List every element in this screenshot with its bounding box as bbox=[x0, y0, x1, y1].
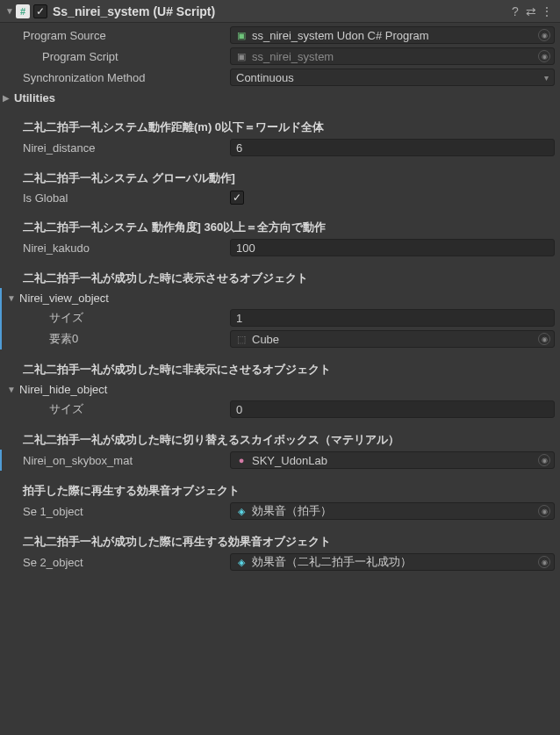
utilities-foldout[interactable]: ▶ bbox=[0, 93, 12, 103]
prefab-icon: ◈ bbox=[236, 506, 247, 516]
program-source-row: Program Source ▣ ss_nirei_system Udon C#… bbox=[0, 25, 560, 46]
program-script-label: Program Script bbox=[16, 50, 230, 63]
hideobj-foldout[interactable]: ▼ bbox=[5, 385, 18, 394]
skybox-label: Nirei_on_skybox_mat bbox=[16, 454, 230, 467]
viewobj-size-label: サイズ bbox=[42, 310, 230, 326]
se2-header: 二礼二拍手一礼が成功した際に再生する効果音オブジェクト bbox=[0, 532, 560, 551]
asset-icon: ▣ bbox=[236, 30, 247, 40]
viewobj-elem0-row: 要素0 ⬚ Cube bbox=[0, 328, 560, 349]
global-header: 二礼二拍手一礼システム グローバル動作] bbox=[0, 169, 560, 188]
hideobj-foldout-row[interactable]: ▼ Nirei_hide_object bbox=[0, 379, 560, 399]
hideobj-label: Nirei_hide_object bbox=[18, 383, 555, 396]
program-script-field[interactable]: ▣ ss_nirei_system bbox=[230, 47, 555, 65]
viewobj-elem0-label: 要素0 bbox=[42, 331, 230, 347]
object-picker-icon[interactable] bbox=[538, 556, 550, 568]
program-source-field[interactable]: ▣ ss_nirei_system Udon C# Program bbox=[230, 26, 555, 44]
se1-row: Se 1_object ◈ 効果音（拍手） bbox=[0, 501, 560, 522]
se2-label: Se 2_object bbox=[16, 556, 230, 569]
skybox-field[interactable]: ● SKY_UdonLab bbox=[230, 451, 555, 469]
utilities-label: Utilities bbox=[12, 91, 555, 104]
sync-method-row: Synchronization Method Continuous bbox=[0, 67, 560, 88]
se1-label: Se 1_object bbox=[16, 505, 230, 518]
object-picker-icon[interactable] bbox=[538, 29, 550, 41]
skybox-row: Nirei_on_skybox_mat ● SKY_UdonLab bbox=[0, 450, 560, 471]
context-menu-icon[interactable]: ⋮ bbox=[539, 4, 555, 18]
component-title: Ss_nirei_system (U# Script) bbox=[53, 4, 507, 18]
se2-row: Se 2_object ◈ 効果音（二礼二拍手一礼成功） bbox=[0, 551, 560, 573]
inspector-body: Program Source ▣ ss_nirei_system Udon C#… bbox=[0, 23, 560, 581]
sync-method-dropdown[interactable]: Continuous bbox=[230, 68, 555, 86]
object-picker-icon[interactable] bbox=[538, 505, 550, 517]
object-picker-icon[interactable] bbox=[538, 454, 550, 466]
kakudo-field[interactable]: 100 bbox=[230, 239, 555, 256]
viewobj-foldout[interactable]: ▼ bbox=[5, 293, 18, 303]
is-global-checkbox[interactable] bbox=[230, 191, 244, 205]
material-icon: ● bbox=[236, 455, 247, 465]
object-picker-icon[interactable] bbox=[538, 333, 550, 345]
preset-icon[interactable]: ⇄ bbox=[523, 4, 539, 18]
script-asset-icon: ▣ bbox=[236, 51, 247, 61]
object-picker-icon[interactable] bbox=[538, 50, 550, 62]
kakudo-label: Nirei_kakudo bbox=[16, 241, 230, 255]
hideobj-header: 二礼二拍手一礼が成功した時に非表示にさせるオブジェクト bbox=[0, 360, 560, 379]
header-foldout[interactable]: ▼ bbox=[5, 6, 16, 16]
program-source-value: ss_nirei_system Udon C# Program bbox=[252, 29, 429, 42]
hideobj-size-field[interactable]: 0 bbox=[230, 400, 555, 418]
global-row: Is Global bbox=[0, 188, 560, 207]
help-icon[interactable]: ? bbox=[507, 4, 523, 18]
viewobj-header: 二礼二拍手一礼が成功した時に表示させるオブジェクト bbox=[0, 269, 560, 288]
hideobj-size-row: サイズ 0 bbox=[0, 399, 560, 420]
distance-label: Nirei_distance bbox=[16, 141, 230, 155]
hideobj-size-label: サイズ bbox=[42, 401, 230, 417]
program-script-row: Program Script ▣ ss_nirei_system bbox=[0, 46, 560, 67]
se1-header: 拍手した際に再生する効果音オブジェクト bbox=[0, 481, 560, 501]
viewobj-size-field[interactable]: 1 bbox=[230, 309, 555, 327]
kakudo-header: 二礼二拍手一礼システム 動作角度] 360以上＝全方向で動作 bbox=[0, 218, 560, 237]
program-source-label: Program Source bbox=[16, 29, 230, 42]
sync-method-label: Synchronization Method bbox=[16, 71, 230, 84]
sync-method-value: Continuous bbox=[236, 71, 294, 84]
global-label: Is Global bbox=[16, 191, 230, 205]
component-header: ▼ # Ss_nirei_system (U# Script) ? ⇄ ⋮ bbox=[0, 0, 560, 23]
skybox-header: 二礼二拍手一礼が成功した時に切り替えるスカイボックス（マテリアル） bbox=[0, 430, 560, 450]
distance-row: Nirei_distance 6 bbox=[0, 137, 560, 158]
component-enable-checkbox[interactable] bbox=[33, 4, 47, 18]
script-icon: # bbox=[16, 4, 30, 18]
utilities-row[interactable]: ▶ Utilities bbox=[0, 88, 560, 107]
se2-field[interactable]: ◈ 効果音（二礼二拍手一礼成功） bbox=[230, 553, 555, 571]
viewobj-elem0-field[interactable]: ⬚ Cube bbox=[230, 330, 555, 348]
gameobject-icon: ⬚ bbox=[236, 334, 247, 344]
se1-field[interactable]: ◈ 効果音（拍手） bbox=[230, 502, 555, 520]
kakudo-row: Nirei_kakudo 100 bbox=[0, 237, 560, 258]
distance-header: 二礼二拍手一礼システム動作距離(m) 0以下＝ワールド全体 bbox=[0, 118, 560, 137]
distance-field[interactable]: 6 bbox=[230, 139, 555, 156]
viewobj-size-row: サイズ 1 bbox=[0, 307, 560, 328]
prefab-icon: ◈ bbox=[236, 557, 247, 567]
viewobj-label: Nirei_view_object bbox=[18, 292, 555, 305]
program-script-value: ss_nirei_system bbox=[252, 50, 334, 63]
viewobj-foldout-row[interactable]: ▼ Nirei_view_object bbox=[0, 288, 560, 307]
